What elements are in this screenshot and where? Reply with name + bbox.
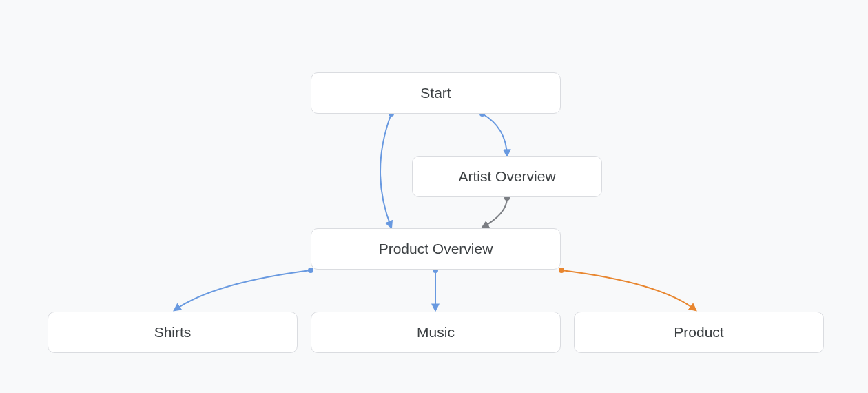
node-label: Product xyxy=(674,324,723,341)
svg-point-3 xyxy=(308,268,313,273)
node-product[interactable]: Product xyxy=(574,312,824,353)
node-label: Product Overview xyxy=(379,241,493,257)
node-label: Shirts xyxy=(154,324,192,341)
svg-point-5 xyxy=(559,268,564,273)
node-label: Music xyxy=(417,324,455,341)
node-product-overview[interactable]: Product Overview xyxy=(311,228,561,270)
node-music[interactable]: Music xyxy=(311,312,561,353)
node-artist-overview[interactable]: Artist Overview xyxy=(412,156,602,197)
node-label: Artist Overview xyxy=(458,168,555,185)
node-label: Start xyxy=(420,85,451,101)
node-shirts[interactable]: Shirts xyxy=(48,312,298,353)
node-start[interactable]: Start xyxy=(311,72,561,114)
